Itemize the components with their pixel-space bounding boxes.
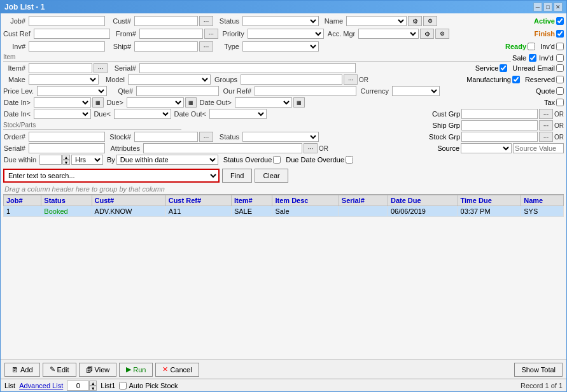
item-hash-input[interactable] [29, 63, 92, 73]
stock-hash-dots-button[interactable]: ··· [199, 132, 213, 142]
list-number-down-button[interactable]: ▼ [89, 386, 97, 391]
service-checkbox[interactable] [500, 64, 507, 72]
table-row[interactable]: 1 Booked ADV.KNOW A11 SALE Sale 06/06/20… [4, 206, 564, 217]
quote-checkbox[interactable] [556, 87, 564, 95]
priority-select[interactable] [248, 29, 324, 39]
date-out-gt-select[interactable] [235, 97, 292, 108]
attributes-dots-button[interactable]: ··· [304, 143, 318, 153]
make-select[interactable] [29, 74, 99, 85]
from-hash-input[interactable] [139, 29, 203, 39]
groups-dots-button[interactable]: ··· [344, 74, 358, 85]
name-select[interactable] [346, 16, 407, 26]
col-cust-ref[interactable]: Cust Ref# [165, 195, 231, 206]
find-button[interactable]: Find [222, 169, 252, 183]
date-in-gt-select[interactable] [34, 97, 91, 108]
stock-grp-dots-button[interactable]: ··· [539, 132, 553, 142]
col-cust[interactable]: Cust# [92, 195, 165, 206]
due-within-up-button[interactable]: ▲ [62, 155, 70, 160]
cust-grp-input[interactable] [461, 109, 538, 119]
col-serial[interactable]: Serial# [339, 195, 388, 206]
finish-checkbox[interactable] [556, 30, 564, 38]
col-name[interactable]: Name [521, 195, 564, 206]
cust-grp-label: Cust Grp [432, 110, 460, 118]
stock-grp-input[interactable] [461, 132, 538, 142]
col-item-desc[interactable]: Item Desc [272, 195, 339, 206]
acc-mgr-dots-button[interactable]: ⚙ [420, 29, 434, 39]
run-button[interactable]: ▶ Run [119, 363, 153, 377]
acc-mgr-gear-button[interactable]: ⚙ [435, 29, 449, 39]
ready-checkbox[interactable] [528, 43, 535, 50]
date-in-gt-cal-button[interactable]: ▦ [92, 97, 104, 108]
sale-checkbox[interactable] [529, 54, 536, 62]
hrs-select[interactable]: Hrs [71, 155, 103, 165]
due-lt-select[interactable] [114, 109, 171, 119]
show-total-button[interactable]: Show Total [514, 363, 563, 377]
job-hash-input[interactable] [29, 16, 105, 26]
list-number-up-button[interactable]: ▲ [89, 381, 97, 386]
type-select[interactable] [242, 41, 319, 52]
qte-hash-input[interactable] [136, 86, 219, 96]
serial-hash2-input[interactable] [29, 143, 105, 153]
our-ref-input[interactable] [255, 86, 356, 96]
invd2-checkbox[interactable] [556, 54, 564, 62]
ship-hash-dots-button[interactable]: ··· [199, 41, 213, 52]
due-gt-cal-button[interactable]: ▦ [185, 97, 197, 108]
item-hash-dots-button[interactable]: ··· [94, 63, 108, 73]
status-overdue-checkbox[interactable] [273, 156, 281, 164]
col-date-due[interactable]: Date Due [388, 195, 458, 206]
due-within-down-button[interactable]: ▼ [62, 160, 70, 165]
tax-checkbox[interactable] [556, 99, 564, 106]
status-select[interactable] [242, 16, 319, 26]
manufacturing-checkbox[interactable] [512, 76, 520, 83]
clear-button[interactable]: Clear [255, 169, 288, 183]
price-lev-select[interactable] [37, 86, 107, 96]
col-job[interactable]: Job# [4, 195, 41, 206]
reserved-checkbox[interactable] [556, 76, 564, 83]
acc-mgr-select[interactable] [358, 29, 419, 39]
date-out-gt-cal-button[interactable]: ▦ [293, 97, 305, 108]
source-select[interactable] [461, 143, 512, 153]
inv-hash-input[interactable] [29, 41, 105, 52]
currency-select[interactable] [392, 86, 440, 96]
unread-email-checkbox[interactable] [556, 64, 564, 72]
ship-hash-input[interactable] [134, 41, 198, 52]
cust-ref-input[interactable] [34, 29, 110, 39]
close-button[interactable]: ✕ [554, 3, 563, 11]
col-status[interactable]: Status [41, 195, 92, 206]
status2-select[interactable] [242, 132, 319, 142]
date-in-lt-select[interactable] [34, 109, 91, 119]
advanced-list-link[interactable]: Advanced List [19, 382, 63, 389]
col-item[interactable]: Item# [231, 195, 272, 206]
auto-pick-checkbox[interactable] [119, 382, 127, 389]
due-gt-select[interactable] [127, 97, 184, 108]
name-dots-button[interactable]: ⚙ [408, 16, 422, 26]
due-date-overdue-checkbox[interactable] [346, 156, 353, 164]
cust-hash-input[interactable] [134, 16, 198, 26]
restore-button[interactable]: □ [543, 3, 552, 11]
due-within-input[interactable]: 2 [39, 155, 62, 165]
view-button[interactable]: 🗐 View [79, 363, 117, 377]
minimize-button[interactable]: ─ [533, 3, 542, 11]
order-hash-input[interactable] [29, 132, 105, 142]
active-checkbox[interactable] [556, 17, 564, 25]
add-button[interactable]: 🖹 Add [4, 363, 40, 377]
stock-hash-input[interactable] [134, 132, 198, 142]
ship-grp-dots-button[interactable]: ··· [539, 120, 553, 130]
edit-button[interactable]: ✎ Edit [43, 363, 76, 377]
cust-hash-dots-button[interactable]: ··· [199, 16, 213, 26]
date-out-lt-select[interactable] [209, 109, 267, 119]
from-hash-dots-button[interactable]: ··· [204, 29, 218, 39]
groups-input[interactable] [241, 74, 342, 85]
invd-checkbox[interactable] [556, 43, 564, 50]
cust-grp-dots-button[interactable]: ··· [539, 109, 553, 119]
ship-grp-input[interactable] [461, 120, 538, 130]
name-gear-button[interactable]: ⚙ [423, 16, 437, 26]
attributes-input[interactable] [143, 143, 302, 153]
col-time-due[interactable]: Time Due [458, 195, 521, 206]
cancel-button[interactable]: ✕ Cancel [155, 363, 199, 377]
model-select[interactable] [128, 74, 211, 85]
source-value-input[interactable] [513, 143, 564, 153]
due-within-date-select[interactable]: Due within date [116, 155, 218, 165]
search-select[interactable]: Enter text to search... [3, 169, 220, 183]
serial-hash-input[interactable] [139, 63, 356, 73]
